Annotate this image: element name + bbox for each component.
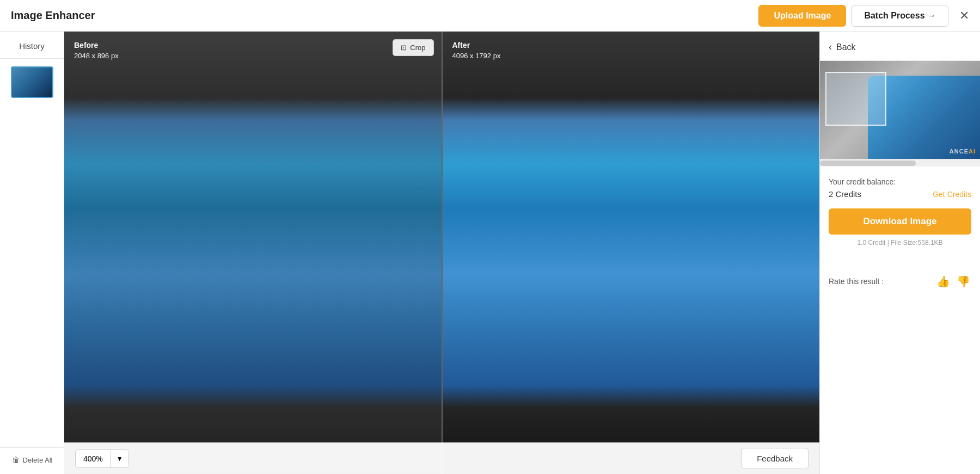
thumbs-up-button[interactable]: 👍	[935, 274, 951, 289]
thumbs-down-button[interactable]: 👎	[955, 274, 971, 289]
before-panel: Before 2048 x 896 px ⊡ Crop	[64, 32, 442, 474]
main-layout: History 🗑 Delete All Before 2048 x 896 p…	[0, 32, 980, 474]
after-image	[443, 32, 820, 474]
crop-button[interactable]: ⊡ Crop	[393, 39, 433, 56]
back-label: Back	[836, 42, 856, 52]
batch-process-button[interactable]: Batch Process →	[852, 5, 948, 27]
watermark: ANCEAI	[950, 148, 976, 155]
zoom-value: 400%	[76, 450, 111, 467]
image-compare-container: Before 2048 x 896 px ⊡ Crop After 4096 x…	[64, 32, 819, 474]
sidebar: History 🗑 Delete All	[0, 32, 64, 474]
right-bottom-area: Your credit balance: 2 Credits Get Credi…	[820, 167, 980, 266]
bottom-bar: 400% ▼ Feedback	[64, 442, 819, 474]
download-info: 1.0 Credit | File Size:558.1KB	[829, 239, 971, 247]
rate-buttons: 👍 👎	[935, 274, 971, 289]
header-buttons: Upload Image Batch Process → ✕	[758, 5, 969, 27]
sidebar-history-label: History	[0, 32, 64, 59]
back-button[interactable]: ‹ Back	[820, 32, 980, 61]
right-panel: ‹ Back ANCEAI Your credit balance: 2 Cr	[819, 32, 980, 474]
image-area: Before 2048 x 896 px ⊡ Crop After 4096 x…	[64, 32, 819, 474]
thumbnail-image	[12, 67, 52, 97]
before-image	[64, 32, 442, 474]
horizontal-scrollbar[interactable]	[820, 159, 980, 167]
back-arrow-icon: ‹	[829, 41, 832, 53]
credit-row: 2 Credits Get Credits	[829, 189, 971, 199]
upload-image-button[interactable]: Upload Image	[758, 5, 846, 27]
right-preview: ANCEAI	[820, 61, 980, 159]
zoom-dropdown-button[interactable]: ▼	[111, 451, 128, 467]
zoom-control[interactable]: 400% ▼	[75, 450, 129, 468]
scrollbar-thumb[interactable]	[820, 161, 916, 166]
delete-all-label: Delete All	[23, 456, 53, 464]
credit-count: 2 Credits	[829, 189, 861, 199]
after-label: After 4096 x 1792 px	[452, 40, 501, 61]
credit-balance-label: Your credit balance:	[829, 177, 971, 186]
app-title: Image Enhancer	[11, 9, 95, 22]
watermark-text: ANCEAI	[950, 148, 976, 155]
header: Image Enhancer Upload Image Batch Proces…	[0, 0, 980, 32]
preview-background: ANCEAI	[820, 61, 980, 159]
sidebar-thumbnail[interactable]	[11, 66, 53, 98]
before-label: Before 2048 x 896 px	[74, 40, 119, 61]
after-panel: After 4096 x 1792 px	[443, 32, 820, 474]
preview-selection	[825, 72, 886, 126]
feedback-button[interactable]: Feedback	[741, 448, 808, 469]
crop-icon: ⊡	[401, 44, 407, 52]
close-button[interactable]: ✕	[959, 5, 969, 27]
get-credits-link[interactable]: Get Credits	[933, 190, 971, 199]
download-image-button[interactable]: Download Image	[829, 208, 971, 235]
delete-all-button[interactable]: 🗑 Delete All	[0, 447, 64, 474]
trash-icon: 🗑	[12, 455, 20, 464]
rate-row: Rate this result : 👍 👎	[820, 266, 980, 294]
rate-label: Rate this result :	[829, 277, 884, 286]
